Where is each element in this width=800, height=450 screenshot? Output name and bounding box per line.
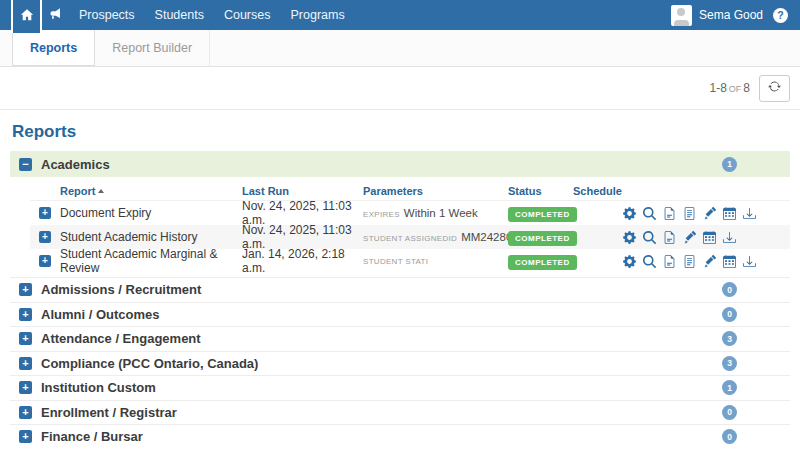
row-actions bbox=[623, 255, 756, 268]
table-row: + Document Expiry Nov. 24, 2025, 11:03 a… bbox=[30, 201, 790, 225]
section-header-admissions-recruitment[interactable]: + Admissions / Recruitment 0 bbox=[10, 277, 790, 302]
question-mark-icon: ? bbox=[777, 9, 783, 21]
section-title: Admissions / Recruitment bbox=[41, 282, 201, 297]
download-icon[interactable] bbox=[743, 255, 756, 268]
row-actions bbox=[623, 207, 756, 220]
collapse-icon[interactable]: − bbox=[19, 158, 32, 171]
table-header-row: Report Last Run Parameters Status Schedu… bbox=[30, 181, 790, 201]
table-row: + Student Academic Marginal & Review Jan… bbox=[30, 249, 790, 273]
refresh-icon bbox=[768, 80, 781, 96]
pdf-icon[interactable] bbox=[663, 255, 676, 268]
announcements-button[interactable] bbox=[42, 7, 69, 23]
main-content: Reports − Academics 1 Report Last Run Pa… bbox=[0, 122, 800, 449]
megaphone-icon bbox=[49, 7, 62, 23]
collapsed-sections-list: + Admissions / Recruitment 0 + Alumni / … bbox=[10, 277, 790, 449]
home-icon bbox=[20, 8, 34, 25]
settings-icon[interactable] bbox=[623, 231, 636, 244]
tab-report-builder[interactable]: Report Builder bbox=[95, 30, 210, 66]
section-header-academics[interactable]: − Academics 1 bbox=[10, 151, 790, 177]
preview-icon[interactable] bbox=[643, 207, 656, 220]
report-parameters: student stati bbox=[363, 257, 508, 266]
settings-icon[interactable] bbox=[623, 255, 636, 268]
section-title: Enrollment / Registrar bbox=[41, 405, 177, 420]
nav-item-prospects[interactable]: Prospects bbox=[69, 8, 145, 22]
report-parameters: expiresWithin 1 Week bbox=[363, 207, 508, 219]
edit-icon[interactable] bbox=[703, 207, 716, 220]
section-count-badge: 3 bbox=[722, 331, 737, 346]
expand-icon[interactable]: + bbox=[19, 308, 32, 321]
expand-icon[interactable]: + bbox=[19, 430, 32, 443]
nav-item-programs[interactable]: Programs bbox=[280, 8, 354, 22]
tab-bar: Reports Report Builder bbox=[0, 30, 800, 67]
pdf-icon[interactable] bbox=[663, 207, 676, 220]
pdf-icon[interactable] bbox=[663, 231, 676, 244]
refresh-button[interactable] bbox=[759, 75, 790, 102]
nav-item-students[interactable]: Students bbox=[145, 8, 214, 22]
edit-icon[interactable] bbox=[683, 231, 696, 244]
user-avatar[interactable] bbox=[671, 5, 692, 26]
section-header-alumni-outcomes[interactable]: + Alumni / Outcomes 0 bbox=[10, 302, 790, 327]
row-actions bbox=[623, 231, 736, 244]
section-count-badge: 0 bbox=[722, 405, 737, 420]
expand-row-icon[interactable]: + bbox=[39, 207, 51, 219]
section-count-badge: 0 bbox=[722, 282, 737, 297]
top-navbar: Prospects Students Courses Programs Sema… bbox=[0, 0, 800, 30]
section-title: Institution Custom bbox=[41, 380, 156, 395]
edit-icon[interactable] bbox=[703, 255, 716, 268]
column-header-status[interactable]: Status bbox=[508, 185, 573, 197]
section-header-compliance[interactable]: + Compliance (PCC Ontario, Canada) 3 bbox=[10, 351, 790, 376]
column-header-parameters[interactable]: Parameters bbox=[363, 185, 508, 197]
column-header-schedule[interactable]: Schedule bbox=[573, 185, 790, 197]
section-count-badge: 1 bbox=[722, 157, 737, 172]
section-header-attendance-engagement[interactable]: + Attendance / Engagement 3 bbox=[10, 326, 790, 351]
report-last-run: Jan. 14, 2026, 2:18 a.m. bbox=[242, 247, 363, 275]
column-header-report[interactable]: Report bbox=[60, 185, 242, 197]
expand-icon[interactable]: + bbox=[19, 406, 32, 419]
section-title: Compliance (PCC Ontario, Canada) bbox=[41, 356, 258, 371]
file-icon[interactable] bbox=[683, 255, 696, 268]
settings-icon[interactable] bbox=[623, 207, 636, 220]
section-title: Finance / Bursar bbox=[41, 429, 143, 444]
person-silhouette-icon bbox=[677, 8, 685, 16]
expand-icon[interactable]: + bbox=[19, 332, 32, 345]
preview-icon[interactable] bbox=[643, 255, 656, 268]
section-count-badge: 0 bbox=[722, 307, 737, 322]
download-icon[interactable] bbox=[723, 231, 736, 244]
report-name: Document Expiry bbox=[60, 206, 242, 220]
section-title: Attendance / Engagement bbox=[41, 331, 201, 346]
report-parameters: student assignedidMM24280725 bbox=[363, 231, 508, 243]
expand-icon[interactable]: + bbox=[19, 357, 32, 370]
user-name[interactable]: Sema Good bbox=[699, 8, 763, 22]
content-header: 1-8of8 bbox=[0, 67, 800, 110]
calendar-icon[interactable] bbox=[703, 231, 716, 244]
download-icon[interactable] bbox=[743, 207, 756, 220]
page-title: Reports bbox=[12, 122, 788, 142]
reports-table: Report Last Run Parameters Status Schedu… bbox=[30, 181, 790, 273]
status-badge: Completed bbox=[508, 207, 577, 222]
section-header-enrollment-registrar[interactable]: + Enrollment / Registrar 0 bbox=[10, 400, 790, 425]
section-title: Academics bbox=[41, 157, 110, 172]
report-name: Student Academic Marginal & Review bbox=[60, 247, 242, 275]
nav-item-courses[interactable]: Courses bbox=[214, 8, 281, 22]
calendar-icon[interactable] bbox=[723, 255, 736, 268]
expand-icon[interactable]: + bbox=[19, 283, 32, 296]
column-header-last-run[interactable]: Last Run bbox=[242, 185, 363, 197]
help-button[interactable]: ? bbox=[773, 8, 788, 23]
status-badge: Completed bbox=[508, 255, 577, 270]
sort-asc-icon bbox=[98, 189, 104, 193]
calendar-icon[interactable] bbox=[723, 207, 736, 220]
expand-row-icon[interactable]: + bbox=[39, 231, 51, 243]
file-icon[interactable] bbox=[683, 207, 696, 220]
section-count-badge: 0 bbox=[722, 429, 737, 444]
section-count-badge: 1 bbox=[722, 380, 737, 395]
preview-icon[interactable] bbox=[643, 231, 656, 244]
section-count-badge: 3 bbox=[722, 356, 737, 371]
status-badge: Completed bbox=[508, 231, 577, 246]
expand-row-icon[interactable]: + bbox=[39, 255, 51, 267]
section-header-finance-bursar[interactable]: + Finance / Bursar 0 bbox=[10, 424, 790, 449]
home-button[interactable] bbox=[11, 0, 42, 33]
expand-icon[interactable]: + bbox=[19, 381, 32, 394]
tab-reports[interactable]: Reports bbox=[12, 30, 95, 66]
pagination-range: 1-8of8 bbox=[709, 81, 750, 95]
section-header-institution-custom[interactable]: + Institution Custom 1 bbox=[10, 375, 790, 400]
